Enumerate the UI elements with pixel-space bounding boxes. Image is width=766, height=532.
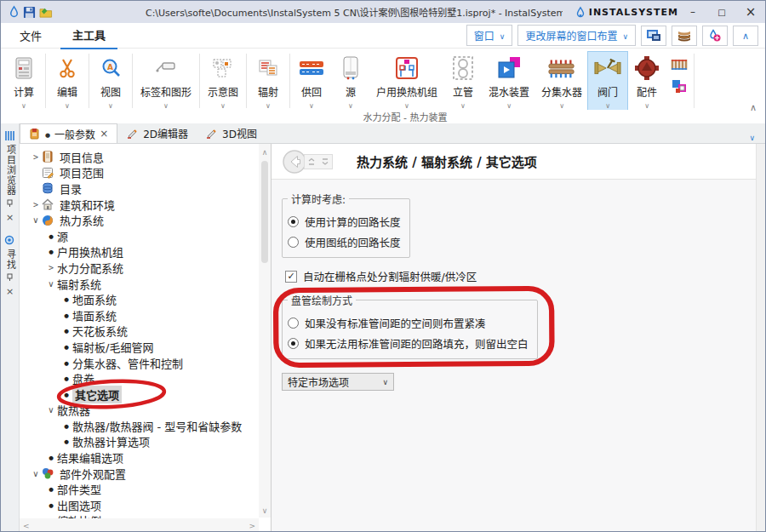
tree-item[interactable]: 项目信息 xyxy=(20,149,259,165)
ribbon-tab-main-tools[interactable]: 主工具 xyxy=(60,21,117,49)
tree-item[interactable]: 盘卷 xyxy=(20,370,259,386)
tree-item[interactable]: 户用换热机组 xyxy=(20,244,259,260)
radio-icon[interactable] xyxy=(288,338,299,349)
fluids-icon-button[interactable] xyxy=(702,26,728,46)
tree-horizontal-scrollbar[interactable] xyxy=(20,518,259,531)
window-menu-button[interactable]: 窗口 xyxy=(466,25,513,46)
market-options-expander[interactable]: 特定市场选项 xyxy=(282,373,394,391)
valves-button[interactable]: 阀门 xyxy=(588,52,627,113)
auto-split-checkbox-row[interactable]: 自动在栅格点处分割辐射供暖/供冷区 xyxy=(285,268,765,284)
window-layout-icon-button[interactable] xyxy=(641,26,666,46)
tree-item[interactable]: 散热器计算选项 xyxy=(20,434,259,450)
radio-icon[interactable] xyxy=(288,237,299,248)
scroll-left-icon[interactable] xyxy=(23,519,30,531)
components-small-button[interactable] xyxy=(670,77,689,96)
radio-calculated-length[interactable]: 使用计算的回路长度 xyxy=(288,214,401,230)
open-folder-icon[interactable] xyxy=(37,3,54,20)
radio-icon[interactable] xyxy=(288,317,299,329)
edit-button[interactable]: 编辑 xyxy=(48,52,87,113)
tree-item[interactable]: 项目范围 xyxy=(20,165,259,181)
tab-list-chevron[interactable] xyxy=(749,131,765,143)
collapse-icon[interactable] xyxy=(45,279,57,289)
ribbon-collapse-chevron[interactable] xyxy=(750,101,757,113)
fittings-button[interactable]: 配件 xyxy=(627,52,666,113)
close-icon[interactable] xyxy=(6,211,14,223)
collapse-all-icon[interactable] xyxy=(305,155,318,169)
ribbon-tab-file[interactable]: 文件 xyxy=(8,22,54,49)
scroll-down-icon[interactable] xyxy=(262,504,268,516)
minimize-button[interactable] xyxy=(678,1,707,23)
pin-icon[interactable] xyxy=(6,273,14,282)
maximize-button[interactable] xyxy=(707,1,736,23)
screen-layout-menu-button[interactable]: 更改屏幕的窗口布置 xyxy=(517,25,636,46)
tree-item[interactable]: 辐射系统 xyxy=(20,276,259,292)
labels-graphics-button[interactable]: 标签和图形 xyxy=(134,52,197,113)
catalogs-icon-button[interactable] xyxy=(672,26,697,46)
close-icon[interactable] xyxy=(6,285,14,297)
tree-item[interactable]: 结果编辑选项 xyxy=(20,449,259,466)
mixing-unit-button[interactable]: 混水装置 xyxy=(483,52,535,113)
find-vertical-tab[interactable]: 寻找 xyxy=(3,232,17,300)
tree-item[interactable]: 建筑和环境 xyxy=(20,197,259,213)
chevron-down-icon xyxy=(404,99,409,111)
tree-item-other-options[interactable]: 其它选项 xyxy=(20,386,259,403)
radiator-small-button[interactable] xyxy=(670,55,689,74)
tree-item[interactable]: 目录 xyxy=(20,180,259,197)
collapse-icon[interactable] xyxy=(45,405,57,415)
tree-item[interactable]: 散热器/散热器阀 - 型号和省缺参数 xyxy=(20,418,259,434)
project-browser-vertical-tab[interactable]: 项目浏览器 xyxy=(3,127,17,226)
heat-interchange-unit-button[interactable]: 户用换热机组 xyxy=(370,52,443,113)
tree-item[interactable]: 辐射板/毛细管网 xyxy=(20,339,259,355)
source-button[interactable]: 源 xyxy=(331,52,370,113)
radio-compact-layout[interactable]: 如果没有标准管间距的空间则布置紧凑 xyxy=(288,315,529,331)
tab-general-parameters[interactable]: 一般参数 xyxy=(20,123,117,143)
tab-close-icon[interactable] xyxy=(100,128,108,140)
calculate-button[interactable]: 计算 xyxy=(4,52,43,113)
tree-item[interactable]: 部件类型 xyxy=(20,481,259,497)
tree-item[interactable]: 地面系统 xyxy=(20,291,259,307)
pencil-icon xyxy=(205,128,218,139)
schematic-button[interactable]: 示意图 xyxy=(202,52,244,113)
project-browser-label: 项目浏览器 xyxy=(3,145,17,196)
scroll-up-icon[interactable] xyxy=(262,146,268,157)
tree-item[interactable]: 墙面系统 xyxy=(20,307,259,323)
tree-item[interactable]: 热力系统 xyxy=(20,212,259,228)
content-scrollbar[interactable] xyxy=(756,144,765,531)
tree-item[interactable]: 散热器 xyxy=(20,403,259,419)
bullet-icon xyxy=(60,388,72,401)
collapse-icon[interactable] xyxy=(30,469,42,478)
manifold-button[interactable]: 分集水器 xyxy=(535,52,588,113)
view-button[interactable]: A 视图 xyxy=(91,52,130,113)
radio-leave-blank[interactable]: 如果无法用标准管间距的回路填充，则留出空白 xyxy=(288,335,529,352)
close-button[interactable] xyxy=(736,1,765,23)
expand-icon[interactable] xyxy=(30,152,42,162)
ribbon-collapse-button[interactable] xyxy=(733,26,758,46)
tree-item[interactable]: 源 xyxy=(20,228,259,244)
tab-2d-editor[interactable]: 2D编辑器 xyxy=(117,123,197,143)
tree-item[interactable]: 分集水器、管件和控制 xyxy=(20,355,259,371)
expand-icon[interactable] xyxy=(45,263,57,272)
riser-button[interactable]: 立管 xyxy=(443,52,483,113)
collapse-icon[interactable] xyxy=(30,215,42,225)
scrollbar-thumb[interactable] xyxy=(261,161,268,263)
radio-drawing-length[interactable]: 使用图纸的回路长度 xyxy=(288,234,401,250)
checkbox-icon[interactable] xyxy=(285,271,297,283)
tab-3d-view[interactable]: 3D视图 xyxy=(197,123,266,143)
group-legend: 盘管绘制方式 xyxy=(288,293,356,307)
tree-item[interactable]: 出图选项 xyxy=(20,497,259,513)
scroll-right-icon[interactable] xyxy=(249,519,255,531)
expand-icon[interactable] xyxy=(30,200,42,209)
supply-return-button[interactable]: 供回 xyxy=(292,52,331,113)
calculator-icon xyxy=(10,54,37,82)
radiant-button[interactable]: 辐射 xyxy=(249,52,288,113)
tree-item[interactable]: 水力分配系统 xyxy=(20,260,259,276)
save-icon[interactable] xyxy=(22,3,38,20)
chevron-down-icon xyxy=(622,30,628,42)
tree-item[interactable]: 部件外观配置 xyxy=(20,466,259,482)
expand-all-icon[interactable] xyxy=(318,155,332,169)
tree-vertical-scrollbar[interactable] xyxy=(259,144,271,518)
tree-item[interactable]: 天花板系统 xyxy=(20,323,259,340)
radio-icon[interactable] xyxy=(288,216,299,227)
heat-source-icon xyxy=(337,54,364,82)
pin-icon[interactable] xyxy=(6,199,14,208)
